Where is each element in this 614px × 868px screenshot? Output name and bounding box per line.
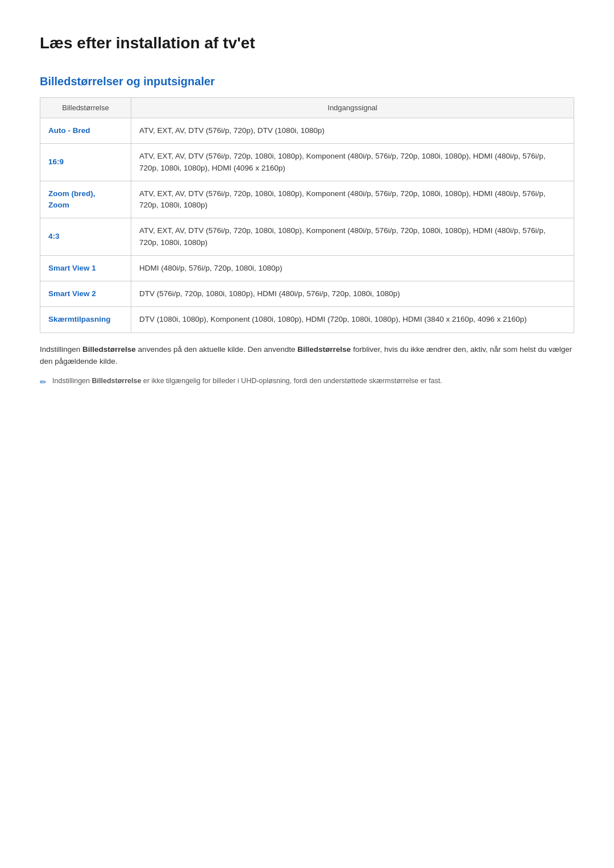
table-row: 4:3ATV, EXT, AV, DTV (576i/p, 720p, 1080… [40, 218, 574, 256]
cell-signal: DTV (576i/p, 720p, 1080i, 1080p), HDMI (… [131, 281, 574, 307]
column-header-signal: Indgangssignal [131, 98, 574, 118]
cell-signal: ATV, EXT, AV, DTV (576i/p, 720p, 1080i, … [131, 181, 574, 218]
table-row: Zoom (bred),ZoomATV, EXT, AV, DTV (576i/… [40, 181, 574, 218]
cell-signal: DTV (1080i, 1080p), Komponent (1080i, 10… [131, 307, 574, 333]
cell-size: Smart View 2 [40, 281, 131, 307]
cell-signal: ATV, EXT, AV, DTV (576i/p, 720p, 1080i, … [131, 218, 574, 256]
cell-size: 4:3 [40, 218, 131, 256]
signal-table: Billedstørrelse Indgangssignal Auto - Br… [40, 97, 574, 333]
table-row: Auto - BredATV, EXT, AV, DTV (576i/p, 72… [40, 118, 574, 144]
table-row: 16:9ATV, EXT, AV, DTV (576i/p, 720p, 108… [40, 144, 574, 181]
cell-size: 16:9 [40, 144, 131, 181]
cell-size: Smart View 1 [40, 255, 131, 281]
page-title: Læs efter installation af tv'et [40, 34, 574, 52]
cell-signal: ATV, EXT, AV, DTV (576i/p, 720p), DTV (1… [131, 118, 574, 144]
table-row: Smart View 2DTV (576i/p, 720p, 1080i, 10… [40, 281, 574, 307]
cell-size: Auto - Bred [40, 118, 131, 144]
cell-signal: ATV, EXT, AV, DTV (576i/p, 720p, 1080i, … [131, 144, 574, 181]
column-header-size: Billedstørrelse [40, 98, 131, 118]
footnote-main: Indstillingen Billedstørrelse anvendes p… [40, 343, 574, 368]
footnote-note-text: Indstillingen Billedstørrelse er ikke ti… [52, 376, 442, 387]
cell-size: Skærmtilpasning [40, 307, 131, 333]
section-title: Billedstørrelser og inputsignaler [40, 75, 574, 88]
table-row: SkærmtilpasningDTV (1080i, 1080p), Kompo… [40, 307, 574, 333]
footnote-note: ✏ Indstillingen Billedstørrelse er ikke … [40, 376, 574, 388]
table-header-row: Billedstørrelse Indgangssignal [40, 98, 574, 118]
table-row: Smart View 1HDMI (480i/p, 576i/p, 720p, … [40, 255, 574, 281]
pencil-icon: ✏ [40, 376, 47, 388]
cell-size: Zoom (bred),Zoom [40, 181, 131, 218]
cell-signal: HDMI (480i/p, 576i/p, 720p, 1080i, 1080p… [131, 255, 574, 281]
